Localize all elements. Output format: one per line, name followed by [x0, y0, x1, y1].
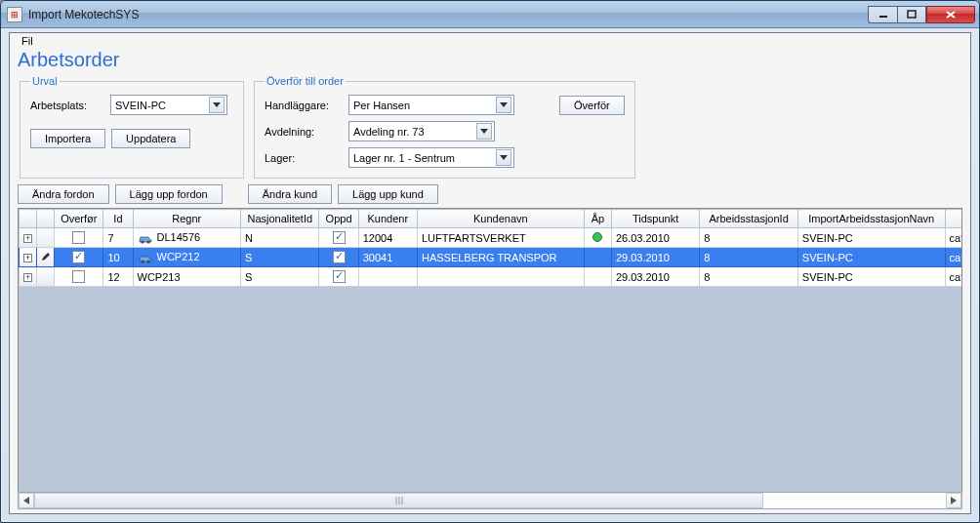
- id-cell[interactable]: 7: [103, 228, 133, 248]
- page-title: Arbetsorder: [10, 49, 970, 75]
- regnr-cell[interactable]: WCP212: [133, 248, 241, 267]
- col-regnr[interactable]: Regnr: [133, 210, 241, 228]
- nasjonalitet-cell[interactable]: S: [241, 267, 319, 287]
- col-overfor[interactable]: Overfør: [55, 210, 103, 228]
- kundenavn-cell[interactable]: LUFTFARTSVERKET: [417, 228, 584, 248]
- kundenr-cell[interactable]: 30041: [358, 248, 417, 267]
- arbeidsstasjon-cell[interactable]: 8: [700, 228, 797, 248]
- oppd-checkbox[interactable]: [333, 231, 346, 244]
- scroll-track[interactable]: [34, 493, 946, 508]
- maximize-button[interactable]: [897, 6, 926, 23]
- lagg-upp-fordon-button[interactable]: Lägg upp fordon: [115, 184, 223, 204]
- svg-point-10: [141, 260, 143, 262]
- oppd-checkbox[interactable]: [333, 251, 346, 263]
- uppdatera-button[interactable]: Uppdatera: [111, 129, 190, 148]
- rowselector-cell[interactable]: [37, 248, 55, 267]
- handlaggare-combo[interactable]: Per Hansen: [348, 95, 514, 115]
- col-oppd[interactable]: Oppd: [319, 210, 358, 228]
- id-cell[interactable]: 10: [103, 248, 133, 267]
- oppd-cell[interactable]: [319, 228, 358, 248]
- importnavn-cell[interactable]: SVEIN-PC: [797, 248, 945, 267]
- col-id[interactable]: Id: [103, 210, 133, 228]
- col-nasjonalitet[interactable]: NasjonalitetId: [241, 210, 319, 228]
- plus-icon[interactable]: +: [23, 254, 32, 262]
- ap-cell[interactable]: [584, 267, 611, 287]
- col-importnavn[interactable]: ImportArbeidsstasjonNavn: [797, 210, 945, 228]
- col-rowselector[interactable]: [37, 210, 55, 228]
- svg-marker-4: [213, 102, 221, 107]
- tidspunkt-cell[interactable]: 26.03.2010: [611, 228, 699, 248]
- nasjonalitet-cell[interactable]: N: [241, 228, 319, 248]
- avdelning-label: Avdelning:: [265, 126, 343, 138]
- fil-cell[interactable]: catbest.0: [945, 228, 962, 248]
- horizontal-scrollbar[interactable]: [18, 492, 962, 509]
- scroll-thumb[interactable]: [34, 493, 763, 508]
- handlaggare-value: Per Hansen: [353, 100, 410, 111]
- importera-button[interactable]: Importera: [30, 129, 105, 148]
- regnr-cell[interactable]: WCP213: [133, 267, 241, 287]
- oppd-cell[interactable]: [319, 267, 358, 287]
- id-cell[interactable]: 12: [103, 267, 133, 287]
- overfor-button[interactable]: Överför: [559, 96, 625, 115]
- menu-file[interactable]: Fil: [16, 33, 39, 49]
- arbeidsstasjon-cell[interactable]: 8: [700, 267, 797, 287]
- chevron-down-icon: [209, 97, 225, 113]
- table-row[interactable]: +7DL14576N12004LUFTFARTSVERKET26.03.2010…: [20, 228, 963, 248]
- overfor-checkbox[interactable]: [72, 270, 85, 283]
- avdelning-combo[interactable]: Avdeling nr. 73: [348, 121, 495, 141]
- tidspunkt-cell[interactable]: 29.03.2010: [611, 267, 699, 287]
- titlebar[interactable]: ⊞ Import MekotechSYS: [1, 1, 979, 28]
- oppd-checkbox[interactable]: [333, 270, 346, 283]
- overfor-cell[interactable]: [55, 248, 103, 267]
- importnavn-cell[interactable]: SVEIN-PC: [797, 267, 945, 287]
- oppd-cell[interactable]: [319, 248, 358, 267]
- col-fil[interactable]: Fil: [945, 210, 962, 228]
- andra-kund-button[interactable]: Ändra kund: [248, 184, 332, 204]
- expand-cell[interactable]: +: [20, 248, 37, 267]
- lager-combo[interactable]: Lager nr. 1 - Sentrum: [348, 147, 514, 168]
- overfor-checkbox[interactable]: [72, 231, 85, 244]
- col-kundenavn[interactable]: Kundenavn: [417, 210, 584, 228]
- app-icon: ⊞: [7, 7, 22, 22]
- fil-cell[interactable]: catbest.0: [945, 267, 962, 287]
- tidspunkt-cell[interactable]: 29.03.2010: [611, 248, 699, 267]
- importnavn-cell[interactable]: SVEIN-PC: [797, 228, 945, 248]
- col-expand[interactable]: [20, 210, 37, 228]
- scroll-left-icon[interactable]: [19, 493, 34, 508]
- plus-icon[interactable]: +: [23, 234, 32, 243]
- scroll-right-icon[interactable]: [946, 493, 961, 508]
- data-grid[interactable]: Overfør Id Regnr NasjonalitetId Oppd Kun…: [18, 208, 962, 501]
- table-row[interactable]: +10WCP212S30041HASSELBERG TRANSPOR29.03.…: [20, 248, 963, 267]
- arbetsplats-combo[interactable]: SVEIN-PC: [110, 95, 227, 115]
- nasjonalitet-cell[interactable]: S: [241, 248, 319, 267]
- svg-marker-5: [500, 102, 508, 107]
- expand-cell[interactable]: +: [20, 267, 37, 287]
- col-ap[interactable]: Åp: [584, 210, 611, 228]
- close-button[interactable]: [926, 6, 975, 23]
- minimize-button[interactable]: [868, 6, 897, 23]
- rowselector-cell[interactable]: [37, 228, 55, 248]
- col-tidspunkt[interactable]: Tidspunkt: [611, 210, 699, 228]
- overfor-cell[interactable]: [55, 267, 103, 287]
- ap-cell[interactable]: [584, 228, 611, 248]
- kundenr-cell[interactable]: [358, 267, 417, 287]
- kundenavn-cell[interactable]: [417, 267, 584, 287]
- lagg-upp-kund-button[interactable]: Lägg upp kund: [338, 184, 438, 204]
- regnr-cell[interactable]: DL14576: [133, 228, 241, 248]
- col-arbeidsstasjon[interactable]: ArbeidsstasjonId: [700, 210, 797, 228]
- andra-fordon-button[interactable]: Ändra fordon: [18, 184, 109, 204]
- arbeidsstasjon-cell[interactable]: 8: [700, 248, 797, 267]
- kundenr-cell[interactable]: 12004: [358, 228, 417, 248]
- fil-cell[interactable]: catbest.0: [945, 248, 962, 267]
- table-row[interactable]: +12WCP213S29.03.20108SVEIN-PCcatbest.0: [20, 267, 963, 287]
- svg-marker-7: [500, 155, 508, 160]
- kundenavn-cell[interactable]: HASSELBERG TRANSPOR: [417, 248, 584, 267]
- expand-cell[interactable]: +: [20, 228, 37, 248]
- plus-icon[interactable]: +: [23, 273, 32, 282]
- overfor-cell[interactable]: [55, 228, 103, 248]
- overfor-checkbox[interactable]: [72, 251, 85, 263]
- rowselector-cell[interactable]: [37, 267, 55, 287]
- ap-cell[interactable]: [584, 248, 611, 267]
- window-title: Import MekotechSYS: [28, 8, 868, 21]
- col-kundenr[interactable]: Kundenr: [358, 210, 417, 228]
